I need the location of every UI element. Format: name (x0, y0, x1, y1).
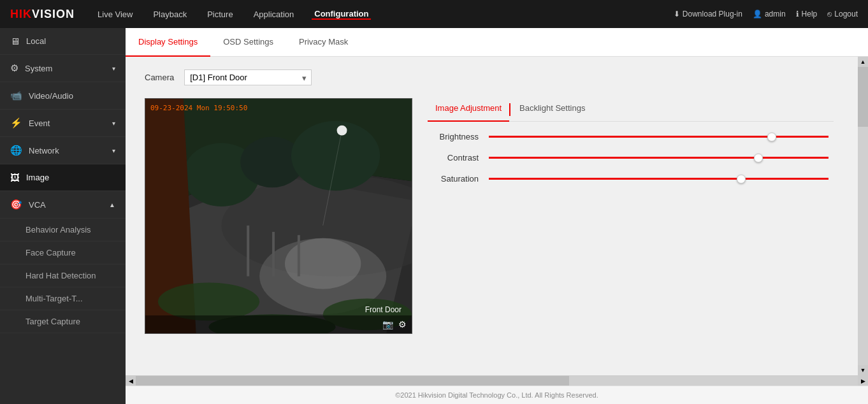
nav-live-view[interactable]: Live View (95, 10, 135, 19)
sidebar-item-vca[interactable]: 🎯 VCA ▲ (0, 191, 126, 219)
image-settings-panel: Image Adjustment Backlight Settings Brig… (423, 98, 839, 195)
settings-tab-bar: Image Adjustment Backlight Settings (428, 98, 834, 122)
sidebar-label-video-audio: Video/Audio (29, 91, 73, 101)
tab-bar: Display Settings OSD Settings Privacy Ma… (126, 28, 868, 57)
camera-label: Camera (145, 73, 174, 82)
video-scene (145, 99, 412, 333)
svg-rect-11 (247, 226, 249, 277)
main-layout: 🖥 Local ⚙ System ▾ 📹 Video/Audio ⚡ Event… (0, 28, 868, 404)
scroll-track[interactable] (858, 67, 868, 365)
help-icon: ℹ (796, 10, 799, 18)
video-settings-btn[interactable]: ⚙ (398, 319, 407, 329)
saturation-label: Saturation (428, 174, 479, 184)
logo-hik: HIK (10, 8, 32, 20)
sidebar-label-local: Local (26, 36, 46, 46)
sidebar-item-multi-target[interactable]: Multi-Target-T... (0, 287, 126, 310)
contrast-label: Contrast (428, 153, 479, 162)
download-plugin[interactable]: ⬇ Download Plug-in (674, 10, 742, 18)
settings-tab-backlight[interactable]: Backlight Settings (512, 98, 593, 122)
nav-playback[interactable]: Playback (150, 10, 189, 19)
saturation-thumb[interactable] (737, 175, 746, 184)
scroll-down-arrow[interactable]: ▼ (858, 365, 868, 375)
sidebar-item-video-audio[interactable]: 📹 Video/Audio (0, 82, 126, 110)
brightness-track[interactable] (489, 136, 828, 138)
right-scrollbar: ▲ ▼ (858, 57, 868, 375)
video-audio-icon: 📹 (10, 90, 22, 101)
horizontal-scroll-track[interactable] (136, 376, 858, 386)
tab-content-area: Camera [D1] Front Door[D2] Back Door[D3]… (126, 57, 858, 375)
sidebar-label-vca: VCA (29, 200, 46, 210)
nav-picture[interactable]: Picture (205, 10, 235, 19)
brightness-thumb[interactable] (767, 133, 776, 141)
topnav-right: ⬇ Download Plug-in 👤 admin ℹ Help ⎋ Logo… (674, 10, 858, 18)
logo-vision: VISION (32, 8, 75, 20)
footer: ©2021 Hikvision Digital Technology Co., … (126, 386, 868, 404)
video-timestamp: 09-23-2024 Mon 19:50:50 (150, 104, 247, 112)
contrast-thumb[interactable] (754, 154, 763, 162)
user-icon: 👤 (753, 10, 762, 18)
network-icon: 🌐 (10, 145, 22, 156)
video-controls: 📷 ⚙ (145, 315, 412, 333)
help-link[interactable]: ℹ Help (796, 10, 818, 18)
scroll-right-arrow[interactable]: ▶ (858, 376, 868, 386)
footer-text: ©2021 Hikvision Digital Technology Co., … (395, 391, 598, 399)
tab-display-settings[interactable]: Display Settings (126, 28, 210, 57)
svg-point-17 (337, 126, 347, 136)
admin-user[interactable]: 👤 admin (753, 10, 786, 18)
system-arrow: ▾ (112, 65, 115, 72)
brightness-label: Brightness (428, 132, 479, 141)
nav-application[interactable]: Application (251, 10, 297, 19)
top-navigation: HIKVISION Live View Playback Picture App… (0, 0, 868, 28)
sidebar-sub-label-hardhat: Hard Hat Detection (25, 271, 96, 280)
saturation-row: Saturation (428, 174, 834, 184)
sidebar-item-system[interactable]: ⚙ System ▾ (0, 55, 126, 82)
svg-rect-12 (272, 232, 275, 277)
sidebar-item-hard-hat[interactable]: Hard Hat Detection (0, 264, 126, 287)
logout-link[interactable]: ⎋ Logout (827, 10, 858, 18)
sidebar-label-image: Image (26, 173, 49, 182)
svg-point-7 (291, 121, 380, 191)
image-icon: 🖼 (10, 172, 20, 183)
vca-arrow: ▲ (109, 201, 115, 208)
horizontal-scroll-thumb (136, 376, 569, 386)
event-icon: ⚡ (10, 117, 22, 129)
sidebar-item-network[interactable]: 🌐 Network ▾ (0, 137, 126, 164)
sidebar-item-event[interactable]: ⚡ Event ▾ (0, 110, 126, 137)
svg-point-9 (285, 238, 361, 289)
sidebar-sub-label-behavior: Behavior Analysis (25, 225, 91, 234)
brightness-row: Brightness (428, 132, 834, 141)
sidebar-label-network: Network (29, 146, 59, 155)
scroll-up-arrow[interactable]: ▲ (858, 57, 868, 67)
video-label: Front Door (365, 305, 401, 314)
content-main: Display Settings OSD Settings Privacy Ma… (126, 28, 868, 404)
contrast-row: Contrast (428, 153, 834, 162)
sidebar-item-local[interactable]: 🖥 Local (0, 28, 126, 55)
main-panel: 09-23-2024 Mon 19:50:50 (145, 98, 839, 334)
svg-rect-13 (298, 235, 300, 277)
sidebar-label-system: System (25, 64, 52, 73)
system-icon: ⚙ (10, 62, 18, 74)
camera-select-wrapper: [D1] Front Door[D2] Back Door[D3] Garage (184, 69, 312, 85)
camera-select[interactable]: [D1] Front Door[D2] Back Door[D3] Garage (184, 69, 312, 85)
local-icon: 🖥 (10, 36, 20, 47)
logo: HIKVISION (10, 8, 75, 21)
logout-icon: ⎋ (827, 10, 832, 18)
tab-osd-settings[interactable]: OSD Settings (210, 28, 286, 57)
nav-configuration[interactable]: Configuration (312, 9, 371, 20)
video-screenshot-btn[interactable]: 📷 (382, 319, 393, 329)
camera-row: Camera [D1] Front Door[D2] Back Door[D3]… (145, 69, 839, 85)
saturation-track[interactable] (489, 178, 828, 180)
vca-icon: 🎯 (10, 199, 22, 210)
tab-privacy-mask[interactable]: Privacy Mask (286, 28, 361, 57)
sidebar-item-behavior-analysis[interactable]: Behavior Analysis (0, 219, 126, 242)
sidebar-sub-label-target: Target Capture (25, 317, 80, 326)
settings-tab-image-adjustment[interactable]: Image Adjustment (428, 98, 509, 122)
scroll-left-arrow[interactable]: ◀ (126, 376, 136, 386)
contrast-track[interactable] (489, 157, 828, 159)
sidebar-item-target-capture[interactable]: Target Capture (0, 310, 126, 333)
sidebar-item-face-capture[interactable]: Face Capture (0, 242, 126, 264)
scroll-thumb (858, 67, 868, 127)
sidebar-item-image[interactable]: 🖼 Image (0, 164, 126, 191)
sidebar: 🖥 Local ⚙ System ▾ 📹 Video/Audio ⚡ Event… (0, 28, 126, 404)
network-arrow: ▾ (112, 147, 115, 154)
